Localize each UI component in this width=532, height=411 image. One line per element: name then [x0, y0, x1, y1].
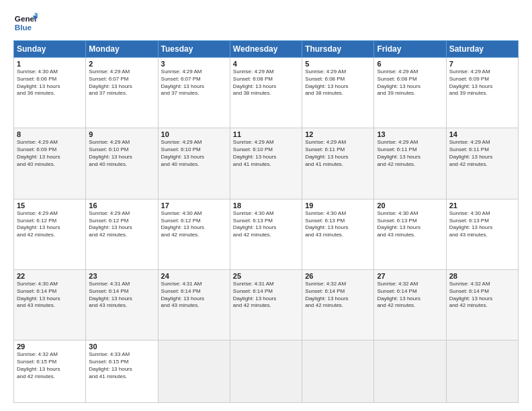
- day-info: Sunrise: 4:30 AM Sunset: 6:06 PM Dayligh…: [17, 68, 83, 97]
- day-info: Sunrise: 4:31 AM Sunset: 6:14 PM Dayligh…: [233, 281, 299, 310]
- calendar-header-row: SundayMondayTuesdayWednesdayThursdayFrid…: [14, 41, 519, 58]
- day-number: 9: [89, 130, 154, 138]
- day-info: Sunrise: 4:29 AM Sunset: 6:08 PM Dayligh…: [377, 68, 443, 97]
- day-number: 21: [449, 201, 515, 210]
- calendar-cell: [230, 340, 302, 403]
- day-number: 19: [305, 201, 371, 210]
- day-info: Sunrise: 4:29 AM Sunset: 6:11 PM Dayligh…: [449, 139, 515, 168]
- calendar-cell: 19Sunrise: 4:30 AM Sunset: 6:13 PM Dayli…: [302, 199, 374, 269]
- logo-icon: General Blue: [13, 11, 38, 35]
- day-number: 7: [449, 60, 515, 68]
- day-info: Sunrise: 4:31 AM Sunset: 6:14 PM Dayligh…: [89, 281, 154, 310]
- day-number: 13: [377, 130, 443, 138]
- calendar-cell: 4Sunrise: 4:29 AM Sunset: 6:08 PM Daylig…: [230, 58, 302, 128]
- calendar-cell: [302, 340, 374, 403]
- day-info: Sunrise: 4:32 AM Sunset: 6:14 PM Dayligh…: [377, 281, 443, 310]
- calendar-cell: 8Sunrise: 4:29 AM Sunset: 6:09 PM Daylig…: [14, 128, 86, 199]
- calendar-cell: 10Sunrise: 4:29 AM Sunset: 6:10 PM Dayli…: [158, 128, 230, 199]
- calendar-cell: 7Sunrise: 4:29 AM Sunset: 6:09 PM Daylig…: [446, 58, 518, 128]
- calendar-day-header: Thursday: [302, 41, 374, 58]
- calendar-cell: 28Sunrise: 4:32 AM Sunset: 6:14 PM Dayli…: [446, 270, 518, 340]
- calendar-cell: 15Sunrise: 4:29 AM Sunset: 6:12 PM Dayli…: [14, 199, 86, 269]
- day-info: Sunrise: 4:33 AM Sunset: 6:15 PM Dayligh…: [89, 351, 154, 380]
- day-number: 1: [17, 60, 83, 68]
- day-info: Sunrise: 4:29 AM Sunset: 6:10 PM Dayligh…: [233, 139, 299, 168]
- day-number: 17: [161, 201, 227, 210]
- calendar-cell: [374, 340, 446, 403]
- day-number: 24: [161, 272, 227, 280]
- calendar-cell: 14Sunrise: 4:29 AM Sunset: 6:11 PM Dayli…: [446, 128, 518, 199]
- day-info: Sunrise: 4:30 AM Sunset: 6:13 PM Dayligh…: [305, 210, 371, 239]
- svg-text:General: General: [15, 14, 38, 23]
- calendar-day-header: Sunday: [14, 41, 86, 58]
- calendar-cell: 21Sunrise: 4:30 AM Sunset: 6:13 PM Dayli…: [446, 199, 518, 269]
- calendar-table: SundayMondayTuesdayWednesdayThursdayFrid…: [13, 40, 519, 403]
- calendar-cell: 1Sunrise: 4:30 AM Sunset: 6:06 PM Daylig…: [14, 58, 86, 128]
- calendar-cell: 30Sunrise: 4:33 AM Sunset: 6:15 PM Dayli…: [86, 340, 158, 403]
- calendar-cell: 2Sunrise: 4:29 AM Sunset: 6:07 PM Daylig…: [86, 58, 158, 128]
- day-number: 12: [305, 130, 371, 138]
- calendar-day-header: Tuesday: [158, 41, 230, 58]
- day-number: 30: [89, 342, 154, 351]
- day-info: Sunrise: 4:32 AM Sunset: 6:14 PM Dayligh…: [449, 281, 515, 310]
- day-number: 8: [17, 130, 83, 138]
- day-info: Sunrise: 4:32 AM Sunset: 6:15 PM Dayligh…: [17, 351, 83, 380]
- calendar-cell: 3Sunrise: 4:29 AM Sunset: 6:07 PM Daylig…: [158, 58, 230, 128]
- day-number: 14: [449, 130, 515, 138]
- calendar-cell: 5Sunrise: 4:29 AM Sunset: 6:08 PM Daylig…: [302, 58, 374, 128]
- calendar-week-row: 8Sunrise: 4:29 AM Sunset: 6:09 PM Daylig…: [14, 128, 519, 199]
- day-info: Sunrise: 4:31 AM Sunset: 6:14 PM Dayligh…: [161, 281, 227, 310]
- day-info: Sunrise: 4:29 AM Sunset: 6:10 PM Dayligh…: [161, 139, 227, 168]
- calendar-cell: 13Sunrise: 4:29 AM Sunset: 6:11 PM Dayli…: [374, 128, 446, 199]
- day-number: 16: [89, 201, 154, 210]
- day-number: 20: [377, 201, 443, 210]
- day-number: 11: [233, 130, 299, 138]
- calendar-day-header: Monday: [86, 41, 158, 58]
- calendar-cell: 17Sunrise: 4:30 AM Sunset: 6:12 PM Dayli…: [158, 199, 230, 269]
- calendar-cell: 16Sunrise: 4:29 AM Sunset: 6:12 PM Dayli…: [86, 199, 158, 269]
- calendar-cell: 26Sunrise: 4:32 AM Sunset: 6:14 PM Dayli…: [302, 270, 374, 340]
- day-info: Sunrise: 4:32 AM Sunset: 6:14 PM Dayligh…: [305, 281, 371, 310]
- day-info: Sunrise: 4:29 AM Sunset: 6:07 PM Dayligh…: [161, 68, 227, 97]
- day-info: Sunrise: 4:29 AM Sunset: 6:12 PM Dayligh…: [17, 210, 83, 239]
- calendar-cell: 27Sunrise: 4:32 AM Sunset: 6:14 PM Dayli…: [374, 270, 446, 340]
- calendar-day-header: Friday: [374, 41, 446, 58]
- day-info: Sunrise: 4:30 AM Sunset: 6:13 PM Dayligh…: [233, 210, 299, 239]
- svg-text:Blue: Blue: [15, 23, 32, 32]
- day-info: Sunrise: 4:29 AM Sunset: 6:07 PM Dayligh…: [89, 68, 154, 97]
- calendar-cell: 11Sunrise: 4:29 AM Sunset: 6:10 PM Dayli…: [230, 128, 302, 199]
- day-number: 10: [161, 130, 227, 138]
- calendar-cell: [158, 340, 230, 403]
- calendar-cell: 9Sunrise: 4:29 AM Sunset: 6:10 PM Daylig…: [86, 128, 158, 199]
- day-info: Sunrise: 4:30 AM Sunset: 6:13 PM Dayligh…: [449, 210, 515, 239]
- day-number: 26: [305, 272, 371, 280]
- day-number: 29: [17, 342, 83, 351]
- calendar-cell: 20Sunrise: 4:30 AM Sunset: 6:13 PM Dayli…: [374, 199, 446, 269]
- calendar-cell: 25Sunrise: 4:31 AM Sunset: 6:14 PM Dayli…: [230, 270, 302, 340]
- calendar-week-row: 29Sunrise: 4:32 AM Sunset: 6:15 PM Dayli…: [14, 340, 519, 403]
- calendar-cell: 24Sunrise: 4:31 AM Sunset: 6:14 PM Dayli…: [158, 270, 230, 340]
- calendar-day-header: Saturday: [446, 41, 518, 58]
- calendar-cell: 12Sunrise: 4:29 AM Sunset: 6:11 PM Dayli…: [302, 128, 374, 199]
- calendar-week-row: 15Sunrise: 4:29 AM Sunset: 6:12 PM Dayli…: [14, 199, 519, 269]
- page-header: General Blue: [13, 11, 519, 35]
- calendar-cell: 23Sunrise: 4:31 AM Sunset: 6:14 PM Dayli…: [86, 270, 158, 340]
- day-number: 28: [449, 272, 515, 280]
- day-number: 2: [89, 60, 154, 68]
- day-number: 3: [161, 60, 227, 68]
- day-info: Sunrise: 4:29 AM Sunset: 6:08 PM Dayligh…: [305, 68, 371, 97]
- day-info: Sunrise: 4:29 AM Sunset: 6:08 PM Dayligh…: [233, 68, 299, 97]
- day-info: Sunrise: 4:29 AM Sunset: 6:09 PM Dayligh…: [449, 68, 515, 97]
- calendar-cell: 22Sunrise: 4:30 AM Sunset: 6:14 PM Dayli…: [14, 270, 86, 340]
- day-number: 22: [17, 272, 83, 280]
- calendar-cell: 6Sunrise: 4:29 AM Sunset: 6:08 PM Daylig…: [374, 58, 446, 128]
- day-info: Sunrise: 4:29 AM Sunset: 6:09 PM Dayligh…: [17, 139, 83, 168]
- day-info: Sunrise: 4:30 AM Sunset: 6:12 PM Dayligh…: [161, 210, 227, 239]
- day-number: 27: [377, 272, 443, 280]
- calendar-day-header: Wednesday: [230, 41, 302, 58]
- calendar-week-row: 1Sunrise: 4:30 AM Sunset: 6:06 PM Daylig…: [14, 58, 519, 128]
- logo: General Blue: [13, 11, 38, 35]
- day-number: 4: [233, 60, 299, 68]
- day-info: Sunrise: 4:30 AM Sunset: 6:13 PM Dayligh…: [377, 210, 443, 239]
- calendar-cell: [446, 340, 518, 403]
